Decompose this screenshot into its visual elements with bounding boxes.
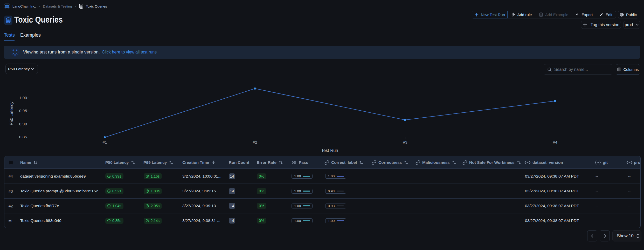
svg-text:#2: #2: [253, 140, 257, 144]
svg-text:0.90: 0.90: [19, 122, 27, 126]
svg-text:0.85: 0.85: [19, 135, 27, 139]
svg-text:Test Run: Test Run: [321, 148, 338, 153]
svg-text:1.00: 1.00: [19, 96, 27, 100]
svg-text:#1: #1: [102, 140, 107, 144]
svg-text:0.95: 0.95: [19, 109, 27, 113]
svg-text:#4: #4: [553, 140, 557, 144]
svg-text:P50 Latency: P50 Latency: [9, 101, 14, 125]
svg-text:#3: #3: [403, 140, 407, 144]
